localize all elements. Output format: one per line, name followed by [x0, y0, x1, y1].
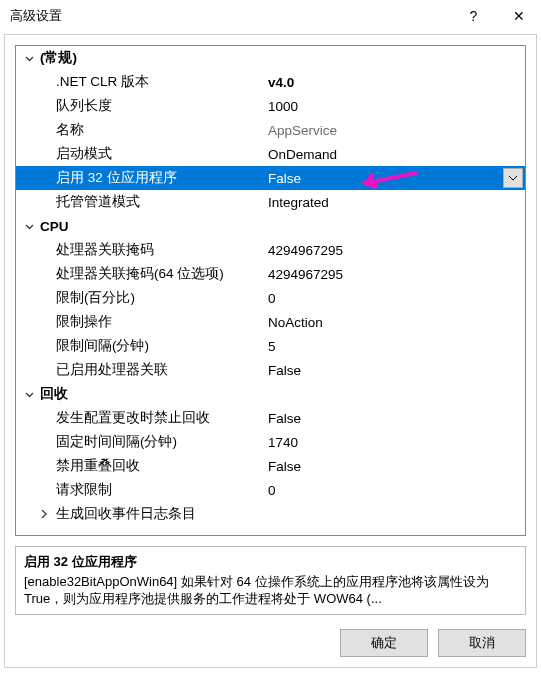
dialog-buttons: 确定 取消: [5, 623, 536, 667]
category-header[interactable]: CPU: [16, 214, 525, 238]
property-value[interactable]: False: [268, 171, 525, 186]
description-panel: 启用 32 位应用程序 [enable32BitAppOnWin64] 如果针对…: [15, 546, 526, 615]
property-row[interactable]: 队列长度1000: [16, 94, 525, 118]
property-value[interactable]: 0: [268, 483, 525, 498]
property-label: 托管管道模式: [56, 193, 268, 211]
property-row[interactable]: 处理器关联掩码(64 位选项)4294967295: [16, 262, 525, 286]
property-label: 启动模式: [56, 145, 268, 163]
property-row[interactable]: 已启用处理器关联False: [16, 358, 525, 382]
property-row[interactable]: 限制间隔(分钟)5: [16, 334, 525, 358]
property-value[interactable]: False: [268, 459, 525, 474]
property-label: 请求限制: [56, 481, 268, 499]
property-row[interactable]: 限制(百分比)0: [16, 286, 525, 310]
property-label: 发生配置更改时禁止回收: [56, 409, 268, 427]
expand-icon[interactable]: [38, 510, 50, 518]
property-row[interactable]: 处理器关联掩码4294967295: [16, 238, 525, 262]
property-value[interactable]: 1000: [268, 99, 525, 114]
property-value[interactable]: False: [268, 363, 525, 378]
property-label: 固定时间间隔(分钟): [56, 433, 268, 451]
property-row[interactable]: 启用 32 位应用程序False: [16, 166, 525, 190]
collapse-icon[interactable]: [22, 390, 36, 399]
property-label: 禁用重叠回收: [56, 457, 268, 475]
property-value[interactable]: v4.0: [268, 75, 525, 90]
property-row[interactable]: 发生配置更改时禁止回收False: [16, 406, 525, 430]
category-label: CPU: [40, 219, 69, 234]
property-label: 已启用处理器关联: [56, 361, 268, 379]
property-value[interactable]: 0: [268, 291, 525, 306]
property-value[interactable]: 1740: [268, 435, 525, 450]
property-row[interactable]: 名称AppService: [16, 118, 525, 142]
category-label: (常规): [40, 49, 77, 67]
property-value[interactable]: False: [268, 411, 525, 426]
dropdown-button[interactable]: [503, 168, 523, 188]
property-label: 启用 32 位应用程序: [56, 169, 268, 187]
property-label: 名称: [56, 121, 268, 139]
property-value[interactable]: 4294967295: [268, 243, 525, 258]
property-row[interactable]: 固定时间间隔(分钟)1740: [16, 430, 525, 454]
property-row[interactable]: 启动模式OnDemand: [16, 142, 525, 166]
property-label: 队列长度: [56, 97, 268, 115]
category-header[interactable]: (常规): [16, 46, 525, 70]
property-value[interactable]: 4294967295: [268, 267, 525, 282]
window-title: 高级设置: [10, 7, 451, 25]
help-button[interactable]: ?: [451, 0, 496, 32]
close-button[interactable]: ✕: [496, 0, 541, 32]
cancel-button[interactable]: 取消: [438, 629, 526, 657]
dialog-body: (常规).NET CLR 版本v4.0队列长度1000名称AppService启…: [4, 34, 537, 668]
property-label: 处理器关联掩码: [56, 241, 268, 259]
property-row[interactable]: 请求限制0: [16, 478, 525, 502]
category-header[interactable]: 回收: [16, 382, 525, 406]
category-label: 回收: [40, 385, 68, 403]
ok-button[interactable]: 确定: [340, 629, 428, 657]
property-row[interactable]: 托管管道模式Integrated: [16, 190, 525, 214]
property-value[interactable]: OnDemand: [268, 147, 525, 162]
collapse-icon[interactable]: [22, 222, 36, 231]
description-title: 启用 32 位应用程序: [24, 553, 517, 571]
property-row[interactable]: .NET CLR 版本v4.0: [16, 70, 525, 94]
property-value[interactable]: 5: [268, 339, 525, 354]
property-value[interactable]: Integrated: [268, 195, 525, 210]
collapse-icon[interactable]: [22, 54, 36, 63]
description-text: [enable32BitAppOnWin64] 如果针对 64 位操作系统上的应…: [24, 573, 517, 608]
titlebar: 高级设置 ? ✕: [0, 0, 541, 32]
property-value[interactable]: NoAction: [268, 315, 525, 330]
property-label: .NET CLR 版本: [56, 73, 268, 91]
property-label: 限制间隔(分钟): [56, 337, 268, 355]
property-label: 限制操作: [56, 313, 268, 331]
property-row[interactable]: 生成回收事件日志条目: [16, 502, 525, 526]
property-grid[interactable]: (常规).NET CLR 版本v4.0队列长度1000名称AppService启…: [15, 45, 526, 536]
property-label: 处理器关联掩码(64 位选项): [56, 265, 268, 283]
property-value[interactable]: AppService: [268, 123, 525, 138]
property-row[interactable]: 限制操作NoAction: [16, 310, 525, 334]
property-row[interactable]: 禁用重叠回收False: [16, 454, 525, 478]
property-label: 限制(百分比): [56, 289, 268, 307]
property-label: 生成回收事件日志条目: [56, 505, 268, 523]
